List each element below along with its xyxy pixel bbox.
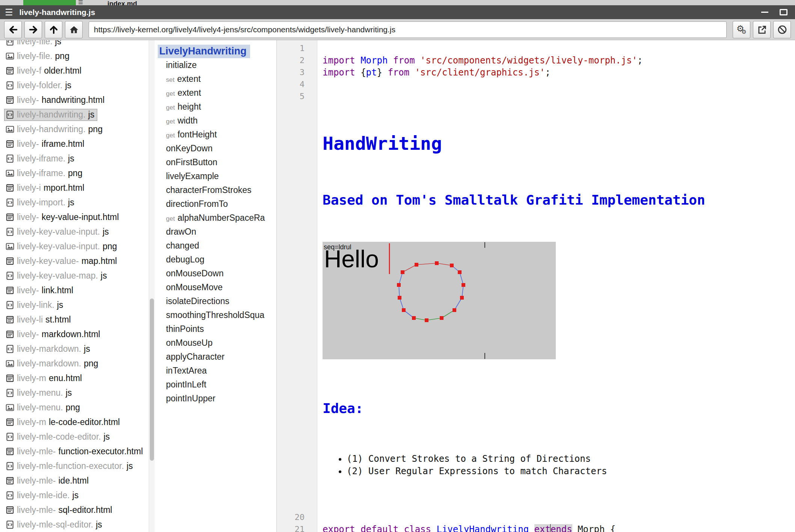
file-list-item[interactable]: lively-mle-sql-editor.js bbox=[0, 517, 155, 532]
file-list-item-label[interactable]: lively-handwriting.html bbox=[5, 95, 107, 106]
file-list-item[interactable]: lively-mle-code-editor.html bbox=[0, 415, 155, 430]
file-list-item[interactable]: lively-mle-ide.js bbox=[0, 488, 155, 503]
file-list-item-label[interactable]: lively-mle-ide.html bbox=[5, 475, 91, 487]
outline-item-smoothingThresholdSqua[interactable]: smoothingThresholdSqua bbox=[155, 308, 276, 322]
file-list-item[interactable]: lively-link.html bbox=[0, 283, 155, 298]
outline-item-fontHeight[interactable]: getfontHeight bbox=[155, 128, 276, 142]
file-list-item[interactable]: lively-import.html bbox=[0, 181, 155, 195]
file-list-item[interactable]: lively-import.js bbox=[0, 195, 155, 210]
file-list-item[interactable]: lively-key-value-input.html bbox=[0, 210, 155, 225]
code-line[interactable]: import Morph from 'src/components/widget… bbox=[317, 54, 795, 66]
file-list-item-label[interactable]: lively-key-value-map.html bbox=[5, 256, 119, 267]
file-list-item[interactable]: lively-iframe.js bbox=[0, 151, 155, 166]
outline-item-livelyExample[interactable]: livelyExample bbox=[155, 169, 276, 183]
file-list-item-label[interactable]: lively-key-value-map.js bbox=[5, 270, 110, 282]
up-button[interactable] bbox=[45, 21, 62, 38]
file-list-scrollbar-thumb[interactable] bbox=[150, 298, 154, 461]
file-list-item-label[interactable]: lively-mle-sql-editor.js bbox=[5, 519, 105, 530]
file-list-item-label[interactable]: lively-markdown.html bbox=[5, 329, 103, 340]
file-list-item[interactable]: lively-list.html bbox=[0, 312, 155, 327]
file-list-item[interactable]: lively-handwriting.html bbox=[0, 93, 155, 107]
code-line[interactable]: export default class LivelyHandwriting e… bbox=[317, 523, 795, 532]
file-list-item[interactable]: lively-file.png bbox=[0, 49, 155, 63]
file-list-item[interactable]: lively-menu.js bbox=[0, 386, 155, 400]
file-list-item[interactable]: lively-mle-ide.html bbox=[0, 473, 155, 488]
outline-item-width[interactable]: getwidth bbox=[155, 114, 276, 128]
file-list-item-label[interactable]: lively-import.js bbox=[5, 197, 77, 208]
file-list-item-label[interactable]: lively-link.js bbox=[5, 300, 66, 311]
file-list-item-label[interactable]: lively-mle-function-executor.html bbox=[5, 446, 146, 457]
file-list-item[interactable]: lively-file.js bbox=[0, 40, 155, 49]
file-list-item[interactable]: lively-mle-code-editor.js bbox=[0, 430, 155, 444]
settings-button[interactable]: ⚙⚙ bbox=[733, 21, 750, 38]
open-external-button[interactable] bbox=[753, 21, 771, 38]
editor-panel[interactable]: 12import Morph from 'src/components/widg… bbox=[276, 40, 795, 532]
file-list-item-label[interactable]: lively-iframe.js bbox=[5, 153, 77, 164]
outline-item-height[interactable]: getheight bbox=[155, 100, 276, 114]
file-list-item-label[interactable]: lively-key-value-input.png bbox=[5, 241, 120, 252]
code-line[interactable] bbox=[317, 90, 795, 102]
file-list-item-label[interactable]: lively-file.js bbox=[5, 40, 64, 47]
file-list-item-label[interactable]: lively-mle-sql-editor.html bbox=[5, 505, 115, 516]
file-list-item-selected[interactable]: lively-handwriting.js bbox=[5, 109, 97, 121]
outline-item-initialize[interactable]: initialize bbox=[155, 58, 276, 72]
outline-item-drawOn[interactable]: drawOn bbox=[155, 225, 276, 239]
window-menu-icon[interactable]: ☰ bbox=[5, 8, 13, 17]
outline-item-isolateDirections[interactable]: isolateDirections bbox=[155, 294, 276, 308]
file-list-item[interactable]: lively-link.js bbox=[0, 298, 155, 312]
outline-item-characterFromStrokes[interactable]: characterFromStrokes bbox=[155, 183, 276, 197]
file-list-item-label[interactable]: lively-mle-ide.js bbox=[5, 490, 81, 501]
outline-item-debugLog[interactable]: debugLog bbox=[155, 253, 276, 267]
file-list-item[interactable]: lively-markdown.html bbox=[0, 327, 155, 342]
back-button[interactable] bbox=[4, 21, 22, 38]
file-list-item-label[interactable]: lively-file.png bbox=[5, 51, 72, 62]
home-button[interactable] bbox=[65, 21, 83, 38]
file-list-item[interactable]: lively-menu.html bbox=[0, 371, 155, 386]
code-line[interactable] bbox=[317, 511, 795, 523]
outline-class-header[interactable]: LivelyHandwriting bbox=[158, 45, 250, 58]
file-list-item-label[interactable]: lively-mle-code-editor.js bbox=[5, 431, 112, 443]
outline-item-onKeyDown[interactable]: onKeyDown bbox=[155, 142, 276, 155]
code-line[interactable] bbox=[317, 78, 795, 90]
outline-item-extent[interactable]: setextent bbox=[155, 72, 276, 86]
outline-item-pointInUpper[interactable]: pointInUpper bbox=[155, 392, 276, 405]
file-list-item-label[interactable]: lively-menu.png bbox=[5, 402, 83, 413]
file-list-item[interactable]: lively-mle-function-executor.html bbox=[0, 444, 155, 459]
file-list-item[interactable]: lively-handwriting.js bbox=[0, 107, 155, 122]
outline-item-onMouseDown[interactable]: onMouseDown bbox=[155, 267, 276, 280]
code-line[interactable] bbox=[317, 42, 795, 54]
file-list-item-label[interactable]: lively-handwriting.png bbox=[5, 124, 105, 135]
file-list-item-label[interactable]: lively-link.html bbox=[5, 285, 76, 296]
file-list-item-label[interactable]: lively-import.html bbox=[5, 182, 87, 194]
file-list-item[interactable]: lively-folder.html bbox=[0, 63, 155, 78]
file-list-item-label[interactable]: lively-list.html bbox=[5, 314, 74, 326]
outline-item-changed[interactable]: changed bbox=[155, 239, 276, 253]
file-list-item[interactable]: lively-iframe.html bbox=[0, 137, 155, 151]
file-list-item-label[interactable]: lively-iframe.html bbox=[5, 139, 87, 150]
block-button[interactable] bbox=[773, 21, 791, 38]
file-list-item[interactable]: lively-key-value-input.js bbox=[0, 225, 155, 239]
outline-item-onMouseUp[interactable]: onMouseUp bbox=[155, 336, 276, 350]
outline-item-onMouseMove[interactable]: onMouseMove bbox=[155, 280, 276, 294]
file-list-item-label[interactable]: lively-key-value-input.html bbox=[5, 212, 122, 223]
outline-item-extent[interactable]: getextent bbox=[155, 86, 276, 100]
file-list-item-label[interactable]: lively-markdown.js bbox=[5, 344, 93, 355]
file-list-scrollbar[interactable] bbox=[149, 40, 155, 532]
file-list-item-label[interactable]: lively-mle-function-executor.js bbox=[5, 461, 136, 472]
outline-item-directionFromTo[interactable]: directionFromTo bbox=[155, 197, 276, 211]
file-list-item[interactable]: lively-key-value-map.html bbox=[0, 254, 155, 268]
file-list-item[interactable]: lively-markdown.png bbox=[0, 356, 155, 371]
file-list-item-label[interactable]: lively-menu.html bbox=[5, 373, 84, 384]
forward-button[interactable] bbox=[24, 21, 42, 38]
file-list-item-label[interactable]: lively-folder.html bbox=[5, 65, 84, 77]
outline-item-inTextArea[interactable]: inTextArea bbox=[155, 364, 276, 378]
minimize-button[interactable] bbox=[761, 12, 768, 13]
file-list-item[interactable]: lively-markdown.js bbox=[0, 342, 155, 356]
file-list-item-label[interactable]: lively-mle-code-editor.html bbox=[5, 417, 122, 428]
file-list-item[interactable]: lively-handwriting.png bbox=[0, 122, 155, 137]
file-list-item-label[interactable]: lively-iframe.png bbox=[5, 168, 85, 179]
code-line[interactable]: import {pt} from 'src/client/graphics.js… bbox=[317, 66, 795, 78]
file-list-item[interactable]: lively-key-value-input.png bbox=[0, 239, 155, 254]
file-list-item[interactable]: lively-menu.png bbox=[0, 400, 155, 415]
file-list-item[interactable]: lively-iframe.png bbox=[0, 166, 155, 181]
